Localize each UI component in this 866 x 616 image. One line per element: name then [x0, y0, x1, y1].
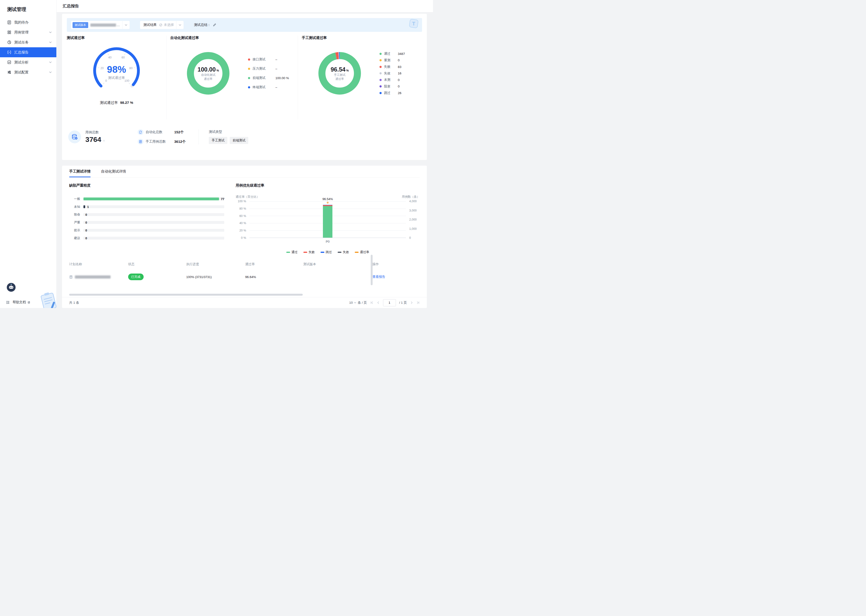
- page-number-input[interactable]: 1: [383, 299, 396, 306]
- view-report-link[interactable]: 查看报告: [372, 275, 420, 279]
- legend-item[interactable]: 通过: [286, 250, 298, 254]
- automation-count-label: 自动化总数: [146, 130, 174, 134]
- clipboard-illustration: [37, 291, 57, 308]
- legend-item[interactable]: 压力测试–: [248, 64, 289, 74]
- version-select[interactable]: 测试版本 …: [71, 21, 129, 29]
- svg-text:80: 80: [129, 66, 133, 70]
- legend-item[interactable]: 终端测试–: [248, 83, 289, 92]
- collapse-sidebar-icon[interactable]: [6, 300, 10, 305]
- gauge-chart: 0 20 40 60 80 100 98% 测试通过率: [86, 42, 147, 100]
- severity-value: 0: [85, 228, 87, 232]
- tab-manual-details[interactable]: 手工测试详情: [69, 166, 91, 177]
- result-placeholder: 未选择: [164, 23, 174, 27]
- legend-item[interactable]: 前端测试100.00 %: [248, 74, 289, 83]
- sidebar-item-test-tasks[interactable]: 测试任务: [0, 37, 56, 47]
- manual-legend: 通过3487 重测0 失败83 失效16 未测0 阻塞0 跳过26: [379, 50, 405, 96]
- next-page-button[interactable]: [410, 301, 413, 304]
- automation-pass-rate-section: 自动化测试通过率 100.00% 自动化测试 通过率: [166, 36, 298, 119]
- help-docs-link[interactable]: 帮助文档: [13, 300, 30, 305]
- caret-down-icon[interactable]: [176, 21, 184, 29]
- sidebar-item-test-analysis[interactable]: 测试分析: [0, 57, 56, 67]
- app-root: 测试管理 我的待办 用例管理 测试任务 汇总报告 测试分析: [0, 0, 433, 308]
- result-select[interactable]: 测试结果 未选择: [140, 21, 184, 29]
- gauge-caption-value: 98.27 %: [120, 101, 133, 105]
- sidebar-item-test-config[interactable]: 测试配置: [0, 67, 56, 77]
- topbar: 汇总报告: [57, 0, 433, 13]
- legend-item[interactable]: 失败83: [379, 63, 405, 70]
- severity-row: 提示 0: [69, 226, 224, 234]
- redacted-plan-name: [75, 275, 110, 278]
- sidebar-item-summary-report[interactable]: 汇总报告: [0, 47, 56, 57]
- sidebar-item-label: 测试任务: [14, 40, 46, 45]
- chevron-down-icon[interactable]: [49, 61, 52, 63]
- priority-legend: 通过 失败 跳过 失效 通过率: [236, 250, 420, 254]
- gauge-value: 98%: [107, 64, 126, 75]
- sidebar-item-label: 我的待办: [14, 20, 52, 25]
- chevron-down-icon[interactable]: [49, 31, 52, 33]
- gauge-title: 测试通过率: [67, 36, 166, 40]
- grid-icon: [7, 30, 11, 35]
- robot-icon: [6, 282, 16, 292]
- legend-item[interactable]: 失败: [304, 250, 315, 254]
- rate-point-label: 96.54%: [323, 197, 333, 201]
- redacted-version-value: [90, 24, 116, 27]
- legend-item[interactable]: 阻塞0: [379, 83, 405, 90]
- priority-title: 用例优先级通过率: [236, 183, 420, 188]
- left-axis-label: 通过率（百分比）: [236, 195, 260, 199]
- legend-item[interactable]: 失效16: [379, 70, 405, 77]
- severity-row: 一般 77: [69, 195, 224, 203]
- first-page-button[interactable]: [370, 301, 373, 304]
- todo-icon: [7, 20, 11, 25]
- manual-doc-icon: [138, 139, 143, 145]
- brand-logo: T: [408, 18, 420, 30]
- severity-value: 0: [85, 220, 87, 224]
- plan-doc-icon: [69, 275, 73, 279]
- severity-row: 致命 0: [69, 211, 224, 218]
- sidebar-item-case-management[interactable]: 用例管理: [0, 27, 56, 37]
- external-link-icon: [27, 301, 30, 304]
- plans-table: 计划名称 状态 执行进度 通过率 测试版本 操作 已完成: [69, 259, 420, 285]
- legend-item[interactable]: 失效: [338, 250, 349, 254]
- manual-count-label: 手工用例总数: [146, 140, 174, 144]
- table-row[interactable]: 已完成 100% (3731/3731) 96.64% 查看报告: [69, 269, 420, 285]
- pagination: 10 条 / 页 1 / 1 页: [349, 299, 420, 306]
- svg-text:100: 100: [124, 79, 129, 82]
- sidebar-nav: 我的待办 用例管理 测试任务 汇总报告 测试分析: [0, 17, 56, 77]
- none-icon: [159, 23, 162, 27]
- vertical-scrollbar[interactable]: [371, 255, 373, 285]
- tab-automation-details[interactable]: 自动化测试详情: [101, 166, 126, 177]
- sidebar-item-label: 测试配置: [14, 70, 46, 75]
- legend-item[interactable]: 通过率: [355, 250, 369, 254]
- last-page-button[interactable]: [417, 301, 420, 304]
- page-size-select[interactable]: 10 条 / 页: [349, 301, 367, 305]
- status-badge: 已完成: [128, 273, 143, 280]
- divider: [198, 129, 199, 145]
- legend-item[interactable]: 重测0: [379, 57, 405, 64]
- horizontal-scrollbar[interactable]: [69, 294, 303, 295]
- up-arrow-icon: ↑: [103, 139, 105, 143]
- severity-bar: [83, 205, 85, 208]
- sidebar-footer: 帮助文档: [0, 297, 30, 308]
- edit-icon[interactable]: [213, 23, 216, 27]
- progress-cell: 100% (3731/3731): [186, 275, 245, 279]
- legend-item[interactable]: 跳过26: [379, 90, 405, 96]
- help-docs-label: 帮助文档: [13, 300, 26, 305]
- chevron-down-icon[interactable]: [49, 42, 52, 43]
- svg-text:60: 60: [121, 56, 125, 59]
- main-area: 汇总报告 测试版本 … 测试结果 未选择: [57, 0, 433, 308]
- version-tag: 测试版本: [72, 22, 88, 28]
- priority-bar: [323, 201, 332, 238]
- prev-page-button[interactable]: [377, 301, 380, 304]
- caret-down-icon[interactable]: [122, 21, 129, 29]
- automation-donut-chart: 100.00% 自动化测试 通过率: [183, 48, 234, 99]
- legend-item[interactable]: 未测0: [379, 77, 405, 83]
- chevron-down-icon[interactable]: [49, 72, 52, 73]
- total-cases: 用例总数 3764↑: [85, 130, 105, 143]
- test-summary: 测试总结：: [194, 23, 216, 27]
- legend-item[interactable]: 接口测试–: [248, 55, 289, 64]
- sidebar-item-todo[interactable]: 我的待办: [0, 17, 56, 27]
- legend-item[interactable]: 通过3487: [379, 50, 405, 57]
- manual-count-value: 3612个: [174, 140, 186, 144]
- assistant-robot-button[interactable]: [6, 282, 16, 292]
- legend-item[interactable]: 跳过: [321, 250, 332, 254]
